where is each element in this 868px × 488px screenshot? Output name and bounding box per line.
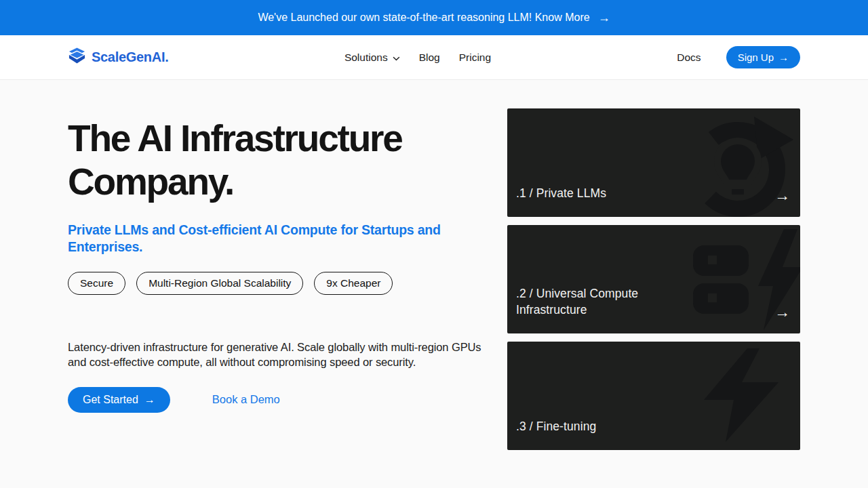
nav-item-docs[interactable]: Docs xyxy=(677,52,701,64)
logo-text: ScaleGenAI. xyxy=(92,49,168,65)
pill-multi-region: Multi-Region Global Scalability xyxy=(136,272,303,295)
sign-up-button[interactable]: Sign Up → xyxy=(726,46,800,68)
announcement-text: We've Launched our own state-of-the-art … xyxy=(258,12,589,24)
hero-section: The AI Infrastructure Company. Private L… xyxy=(0,80,868,488)
nav-actions: Docs Sign Up → xyxy=(677,46,800,68)
feature-cards: .1 / Private LLMs → .2 / xyxy=(507,108,800,488)
landing-page: We've Launched our own state-of-the-art … xyxy=(0,0,868,488)
arrow-right-icon: → xyxy=(774,304,790,320)
nav-item-solutions[interactable]: Solutions xyxy=(344,52,400,64)
book-demo-link[interactable]: Book a Demo xyxy=(212,393,280,406)
card-label: .2 / Universal Compute Infrastructure xyxy=(516,286,677,319)
card-label: .1 / Private LLMs xyxy=(516,186,606,202)
pill-secure: Secure xyxy=(68,272,125,295)
bolt-icon xyxy=(700,348,783,445)
card-fine-tuning[interactable]: .3 / Fine-tuning xyxy=(507,342,800,450)
card-private-llms[interactable]: .1 / Private LLMs → xyxy=(507,108,800,217)
nav-item-blog[interactable]: Blog xyxy=(419,52,440,64)
arrow-right-icon: → xyxy=(778,52,789,63)
hero-subtitle: Private LLMs and Cost-efficient AI Compu… xyxy=(68,222,475,256)
logo-cube-icon xyxy=(68,47,86,68)
hero-description: Latency-driven infrastructure for genera… xyxy=(68,340,483,369)
chevron-down-icon xyxy=(393,52,400,64)
logo[interactable]: ScaleGenAI. xyxy=(68,47,168,68)
pill-cheaper: 9x Cheaper xyxy=(314,272,393,295)
card-label: .3 / Fine-tuning xyxy=(516,419,596,435)
arrow-right-icon: → xyxy=(144,394,155,406)
arrow-right-icon: → xyxy=(598,12,610,24)
cta-row: Get Started → Book a Demo xyxy=(68,387,483,413)
card-universal-compute[interactable]: .2 / Universal Compute Infrastructure → xyxy=(507,225,800,333)
announcement-banner[interactable]: We've Launched our own state-of-the-art … xyxy=(0,0,868,35)
feature-pills: Secure Multi-Region Global Scalability 9… xyxy=(68,272,483,295)
arrow-right-icon: → xyxy=(774,188,790,203)
nav-item-pricing[interactable]: Pricing xyxy=(459,52,491,64)
get-started-button[interactable]: Get Started → xyxy=(68,387,170,413)
navbar: ScaleGenAI. Solutions Blog Pricing Docs … xyxy=(0,35,868,80)
hero-copy: The AI Infrastructure Company. Private L… xyxy=(68,108,483,488)
nav-links: Solutions Blog Pricing xyxy=(344,52,491,64)
page-title: The AI Infrastructure Company. xyxy=(68,117,454,204)
